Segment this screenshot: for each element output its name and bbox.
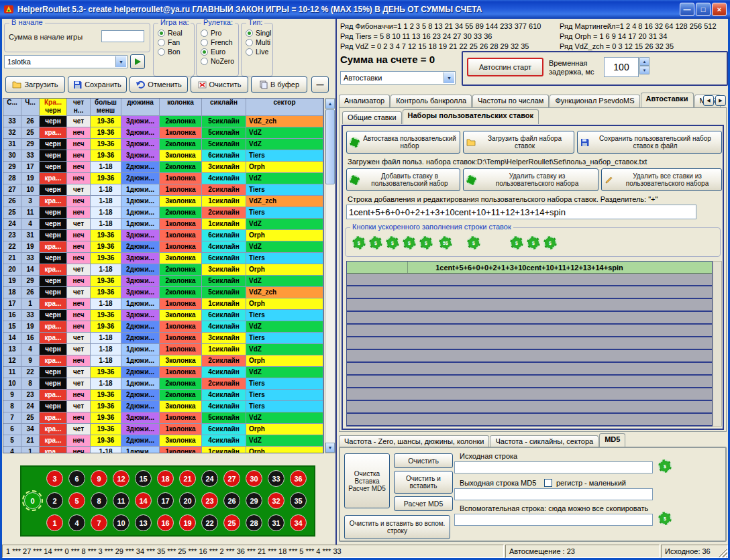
roulette-number-34[interactable]: 34 — [290, 514, 307, 531]
bet-list-scrollbar[interactable] — [713, 261, 722, 427]
table-row[interactable]: 2710чернчет1-181дюжи...1колонка2сиклайнT… — [3, 184, 323, 196]
table-row[interactable]: 1826чернчет19-363дюжи...2колонка5сиклайн… — [3, 287, 323, 298]
undo-button[interactable]: Отменить — [129, 76, 188, 93]
chip-button[interactable]: $ — [352, 236, 366, 249]
roulette-number-17[interactable]: 17 — [157, 492, 174, 509]
play-button[interactable] — [130, 54, 145, 69]
chip-button[interactable]: $ — [510, 236, 523, 249]
chip-button[interactable]: $ — [467, 236, 480, 249]
table-row[interactable]: 3225кра...неч19-363дюжи...1колонка5сикла… — [3, 127, 323, 139]
collapse-button[interactable]: — — [311, 76, 329, 93]
start-sum-input[interactable] — [101, 30, 144, 42]
delay-input[interactable] — [604, 57, 639, 77]
bet-list-row[interactable] — [347, 325, 712, 337]
roulette-number-1[interactable]: 1 — [46, 514, 63, 531]
roulette-number-31[interactable]: 31 — [268, 514, 284, 531]
table-row[interactable]: 1633черннеч19-363дюжи...3колонка6сиклайн… — [3, 310, 323, 321]
bet-list-row[interactable] — [347, 363, 712, 376]
tab-функционал-psevdoms[interactable]: Функционал PsevdoMS — [550, 95, 639, 107]
roulette-number-12[interactable]: 12 — [113, 470, 129, 487]
add-bet-button[interactable]: Добавить ставку в пользовательский набор — [346, 168, 460, 191]
bet-list-row[interactable] — [347, 299, 712, 312]
roulette-number-19[interactable]: 19 — [179, 514, 196, 531]
tab-scroll-right-icon[interactable]: ▶ — [715, 95, 726, 106]
chip-button[interactable]: $ — [386, 236, 399, 249]
table-row[interactable]: 171кра...неч1-181дюжи...1колонка1сиклайн… — [3, 298, 323, 310]
roulette-number-0[interactable]: 0 — [24, 492, 41, 509]
table-row[interactable]: 2219кра...неч19-362дюжи...1колонка4сикла… — [3, 241, 323, 253]
roulette-number-10[interactable]: 10 — [113, 514, 129, 531]
table-row[interactable]: 2917черннеч1-182дюжи...2колонка3сиклайнO… — [3, 162, 323, 173]
bet-list-row[interactable] — [347, 388, 712, 401]
radio-singl[interactable]: Singl — [246, 29, 271, 37]
radio-live[interactable]: Live — [246, 48, 271, 56]
radio-real[interactable]: Real — [158, 29, 193, 37]
chip-button[interactable]: $ — [419, 236, 433, 249]
md5-clear-paste-helper-button[interactable]: Очистить и вставить во вспом. строку — [344, 515, 450, 539]
chip-button[interactable]: $ — [403, 236, 416, 249]
autospin-start-button[interactable]: Автоспин старт — [467, 58, 543, 76]
table-row[interactable]: 41кра...неч1-181дюжи...1колонка1сиклайнO… — [3, 447, 323, 453]
table-row[interactable]: 1519кра...неч19-362дюжи...1колонка4сикла… — [3, 321, 323, 333]
roulette-number-14[interactable]: 14 — [135, 492, 152, 509]
roulette-number-8[interactable]: 8 — [91, 492, 107, 509]
table-row[interactable]: 3326чернчет19-363дюжи...2колонка5сиклайн… — [3, 116, 323, 127]
table-row[interactable]: 2819кра...неч19-362дюжи...1колонка4сикла… — [3, 173, 323, 184]
slot-combobox[interactable]: 1slotka ▼ — [4, 55, 127, 68]
roulette-number-5[interactable]: 5 — [68, 492, 85, 509]
chip-button[interactable]: $ — [658, 512, 672, 525]
scroll-up-icon[interactable]: ▲ — [325, 99, 335, 109]
md5-source-input[interactable] — [454, 461, 653, 473]
scroll-thumb[interactable] — [325, 109, 335, 184]
radio-fan[interactable]: Fan — [158, 38, 193, 46]
load-button[interactable]: Загрузить — [5, 76, 65, 93]
table-row[interactable]: 2014кра...чет1-182дюжи...2колонка3сиклай… — [3, 264, 323, 276]
tab-контроль-банкролла[interactable]: Контроль банкролла — [390, 95, 472, 107]
spinner-up-button[interactable]: ▲ — [639, 57, 649, 66]
bet-list-row[interactable] — [347, 350, 712, 363]
radio-pro[interactable]: Pro — [201, 29, 237, 37]
roulette-number-36[interactable]: 36 — [290, 470, 307, 487]
tab-автоставки[interactable]: Автоставки — [641, 93, 694, 107]
chip-button[interactable]: 5$ — [439, 236, 452, 249]
maximize-button[interactable]: □ — [696, 3, 711, 16]
table-row[interactable]: 521кра...неч19-362дюжи...3колонка4сиклай… — [3, 435, 323, 447]
roulette-number-11[interactable]: 11 — [113, 492, 129, 509]
tab-частоты-по-числам[interactable]: Частоты по числам — [472, 95, 549, 107]
bet-list-row[interactable] — [347, 286, 712, 299]
lowercase-checkbox[interactable] — [544, 479, 552, 487]
md5-clear-paste-button[interactable]: Очистить и вставить — [394, 471, 453, 494]
roulette-number-27[interactable]: 27 — [223, 470, 240, 487]
radio-nozero[interactable]: NoZero — [201, 57, 237, 65]
radio-french[interactable]: French — [201, 38, 237, 46]
roulette-number-26[interactable]: 26 — [223, 492, 240, 509]
chip-button[interactable]: $ — [543, 236, 557, 249]
bet-list-row[interactable] — [347, 376, 712, 388]
roulette-number-22[interactable]: 22 — [201, 514, 218, 531]
scroll-down-icon[interactable]: ▼ — [325, 443, 335, 453]
md5-main-button[interactable]: Очистка Вставка Расчет MD5 — [344, 453, 390, 508]
table-row[interactable]: 263кра...неч1-181дюжи...3колонка1сиклайн… — [3, 196, 323, 207]
bet-list-row[interactable] — [347, 312, 712, 325]
spinner-down-button[interactable]: ▼ — [639, 66, 649, 74]
roulette-number-3[interactable]: 3 — [46, 470, 63, 487]
to-buffer-button[interactable]: В буфер — [251, 76, 307, 93]
radio-bon[interactable]: Bon — [158, 48, 193, 56]
roulette-number-15[interactable]: 15 — [135, 470, 152, 487]
roulette-number-32[interactable]: 32 — [268, 492, 284, 509]
save-bet-file-button[interactable]: Сохранить пользовательский набор ставок … — [577, 131, 722, 154]
bet-string-input[interactable] — [346, 205, 696, 219]
roulette-number-23[interactable]: 23 — [201, 492, 218, 509]
autobet-user-set-button[interactable]: Автоставка пользовательский набор — [346, 131, 460, 154]
table-row[interactable]: 824чернчет19-362дюжи...3колонка4сиклайнT… — [3, 401, 323, 412]
chip-button[interactable]: $ — [369, 236, 382, 249]
table-row[interactable]: 3129черннеч19-363дюжи...2колонка5сиклайн… — [3, 139, 323, 150]
clear-button[interactable]: Очистить — [191, 76, 248, 93]
table-row[interactable]: 134чернчет1-181дюжи...1колонка1сиклайнVd… — [3, 344, 323, 355]
minimize-button[interactable]: — — [680, 3, 694, 16]
roulette-number-21[interactable]: 21 — [179, 470, 196, 487]
md5-calc-button[interactable]: Расчет MD5 — [394, 496, 453, 511]
table-row[interactable]: 1416кра...чет1-182дюжи...1колонка3сиклай… — [3, 333, 323, 344]
tab-md5[interactable]: MD5 — [599, 433, 625, 448]
bet-list-row[interactable] — [347, 337, 712, 350]
